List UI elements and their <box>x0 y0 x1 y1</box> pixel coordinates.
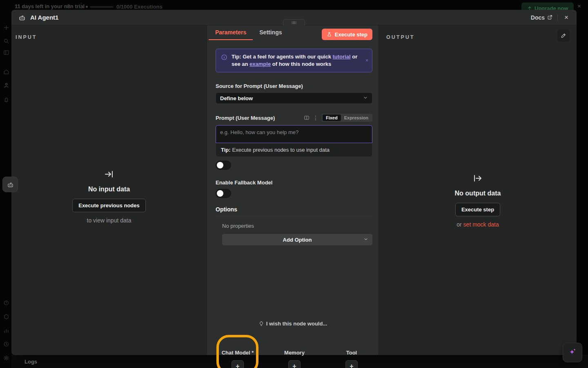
kebab-menu-icon[interactable]: ⋮ <box>313 114 318 121</box>
trial-progress-bar <box>90 6 114 8</box>
templates-icon <box>3 49 9 56</box>
tab-parameters[interactable]: Parameters <box>209 25 253 40</box>
input-empty-state: No input data Execute previous nodes to … <box>11 169 207 224</box>
wish-text: I wish this node would... <box>266 321 327 327</box>
connector-memory: Memory + <box>270 350 319 368</box>
n8n-app: 11 days left in your n8n trial 0/1000 Ex… <box>0 0 588 368</box>
output-arrow-icon <box>379 173 577 185</box>
home-icon <box>3 69 9 75</box>
logs-label: Logs <box>24 359 37 365</box>
source-for-prompt-label: Source for Prompt (User Message) <box>216 83 372 89</box>
prompt-input[interactable] <box>216 125 372 143</box>
lightbulb-icon <box>258 321 264 327</box>
trial-countdown: 11 days left in your n8n trial <box>15 3 85 9</box>
personal-icon <box>3 82 9 88</box>
no-input-data-title: No input data <box>11 186 207 193</box>
ndv-tabs: Parameters Settings <box>209 25 289 40</box>
source-select-value: Define below <box>220 95 253 101</box>
execute-step-button[interactable]: Execute step <box>322 29 372 40</box>
input-arrow-icon <box>11 169 207 181</box>
add-option-button[interactable]: Add Option <box>222 234 372 245</box>
executions-count: 0/1000 Executions <box>116 4 163 10</box>
search-icon <box>3 38 9 44</box>
robot-icon <box>7 181 14 188</box>
external-link-icon <box>547 15 552 20</box>
chevron-down-icon <box>363 95 368 101</box>
docs-label: Docs <box>531 14 545 21</box>
banner-close-icon[interactable]: × <box>365 58 368 63</box>
mock-data-row: or set mock data <box>379 221 577 228</box>
canvas-close-icon: × <box>577 2 581 9</box>
prompt-label: Prompt (User Message) <box>216 115 275 121</box>
close-modal-icon[interactable]: × <box>563 13 570 22</box>
tool-label: Tool <box>327 350 376 356</box>
add-workflow-icon <box>3 25 9 31</box>
fixed-option[interactable]: Fixed <box>323 114 341 121</box>
no-output-data-title: No output data <box>379 190 577 197</box>
prompt-tip-bold: Tip: <box>221 147 231 153</box>
enable-fallback-toggle[interactable] <box>216 189 231 198</box>
execute-previous-nodes-button[interactable]: Execute previous nodes <box>72 199 146 212</box>
tip-part1: Tip: Get a feel for agents with our quic… <box>232 54 333 60</box>
output-pane-title: OUTPUT <box>386 34 414 40</box>
add-chat-model-button[interactable]: + <box>232 360 244 368</box>
sparkles-icon <box>567 347 578 358</box>
no-properties-text: No properties <box>222 223 372 229</box>
panel-drag-handle[interactable] <box>283 19 305 25</box>
add-tool-button[interactable]: + <box>345 360 358 368</box>
output-format-toggle[interactable] <box>216 161 231 170</box>
input-pane: INPUT No input data Execute previous nod… <box>11 25 207 355</box>
parameters-scroll-area: Tip: Get a feel for agents with our quic… <box>207 40 379 355</box>
node-details-modal: AI Agent1 Docs × INPUT No input data Exe… <box>11 10 577 355</box>
gear-icon <box>3 355 9 361</box>
output-pane: OUTPUT No output data Execute step or se… <box>379 25 577 355</box>
set-mock-data-link[interactable]: set mock data <box>463 221 499 228</box>
header-divider <box>557 14 558 21</box>
insights-icon <box>3 328 9 334</box>
history-icon <box>3 341 9 347</box>
node-title: AI Agent1 <box>18 13 58 22</box>
node-feedback-link[interactable]: I wish this node would... <box>207 321 379 327</box>
community-icon <box>3 314 9 320</box>
source-for-prompt-select[interactable]: Define below <box>216 92 372 104</box>
tab-settings[interactable]: Settings <box>253 25 288 40</box>
add-option-label: Add Option <box>283 237 312 243</box>
connector-tool: Tool + <box>327 350 376 368</box>
output-empty-state: No output data Execute step or set mock … <box>379 173 577 228</box>
ai-assistant-button[interactable] <box>563 343 582 362</box>
chat-model-label: Chat Model * <box>213 350 262 356</box>
flask-icon <box>327 32 332 37</box>
execute-step-label: Execute step <box>335 31 368 38</box>
tip-part3: of how this node works <box>271 61 331 67</box>
options-section-title: Options <box>216 206 372 216</box>
agents-tip-banner: Tip: Get a feel for agents with our quic… <box>216 49 372 72</box>
expression-option[interactable]: Expression <box>341 114 372 121</box>
edit-output-button[interactable] <box>557 29 570 42</box>
split-panel-icon[interactable] <box>304 115 310 121</box>
node-title-text: AI Agent1 <box>30 14 58 21</box>
pencil-icon <box>561 33 566 38</box>
example-link[interactable]: example <box>249 61 271 67</box>
output-execute-step-button[interactable]: Execute step <box>455 203 500 216</box>
trial-topbar: 11 days left in your n8n trial 0/1000 Ex… <box>0 0 588 11</box>
trial-progress-dot <box>86 6 88 8</box>
add-memory-button[interactable]: + <box>288 360 301 368</box>
or-text: or <box>457 221 463 228</box>
chevron-down-icon <box>363 237 368 243</box>
input-hint: to view input data <box>11 217 207 224</box>
docs-link[interactable]: Docs <box>531 14 552 21</box>
tip-banner-text: Tip: Get a feel for agents with our quic… <box>232 53 361 68</box>
help-icon <box>3 300 9 306</box>
tutorial-link[interactable]: tutorial <box>333 54 351 60</box>
floating-node-icon <box>2 177 18 192</box>
prompt-inline-tip: Tip: Execute previous nodes to use input… <box>216 143 372 157</box>
connector-chat-model: Chat Model * + <box>213 350 262 368</box>
parameters-pane: Parameters Settings Execute step Tip: Ge… <box>207 25 379 355</box>
fixed-expression-toggle: Fixed Expression <box>322 114 372 122</box>
memory-label: Memory <box>270 350 319 356</box>
enable-fallback-label: Enable Fallback Model <box>216 180 372 186</box>
robot-icon <box>18 13 26 22</box>
prompt-field-header: Prompt (User Message) ⋮ Fixed Expression <box>216 114 372 122</box>
info-icon <box>221 54 227 68</box>
prompt-tip-text: Execute previous nodes to use input data <box>232 147 330 153</box>
